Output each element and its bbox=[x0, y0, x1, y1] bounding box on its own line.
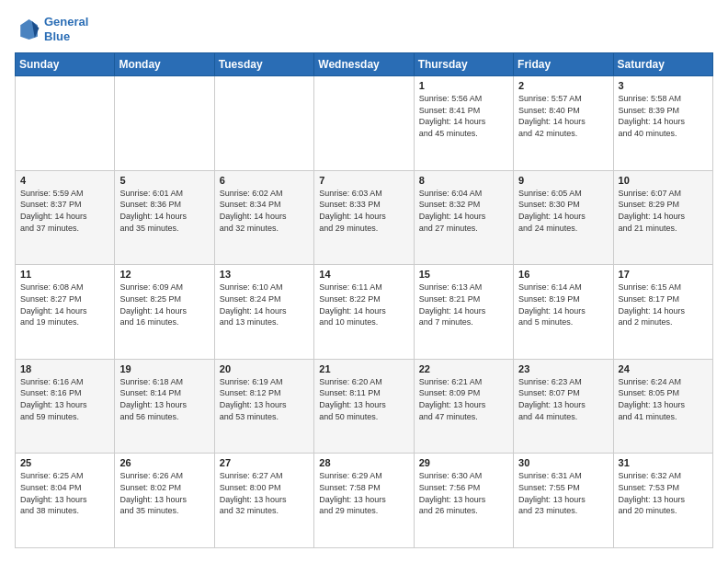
day-number: 15 bbox=[419, 269, 508, 280]
day-info: Sunrise: 6:26 AM Sunset: 8:02 PM Dayligh… bbox=[119, 470, 209, 516]
day-number: 3 bbox=[619, 80, 708, 91]
calendar-cell: 9Sunrise: 6:05 AM Sunset: 8:30 PM Daylig… bbox=[514, 170, 613, 265]
day-info: Sunrise: 6:14 AM Sunset: 8:19 PM Dayligh… bbox=[518, 282, 608, 327]
day-number: 6 bbox=[220, 175, 309, 186]
day-info: Sunrise: 6:27 AM Sunset: 8:00 PM Dayligh… bbox=[220, 470, 309, 516]
day-number: 27 bbox=[220, 457, 309, 468]
calendar-cell: 28Sunrise: 6:29 AM Sunset: 7:58 PM Dayli… bbox=[314, 454, 414, 548]
day-info: Sunrise: 5:56 AM Sunset: 8:41 PM Dayligh… bbox=[419, 93, 508, 139]
day-number: 7 bbox=[319, 175, 408, 186]
calendar-cell: 12Sunrise: 6:09 AM Sunset: 8:25 PM Dayli… bbox=[115, 265, 214, 360]
day-info: Sunrise: 6:20 AM Sunset: 8:11 PM Dayligh… bbox=[319, 376, 408, 422]
day-info: Sunrise: 6:04 AM Sunset: 8:32 PM Dayligh… bbox=[419, 188, 508, 234]
day-number: 9 bbox=[518, 175, 608, 186]
weekday-header-tuesday: Tuesday bbox=[214, 53, 313, 76]
day-info: Sunrise: 6:11 AM Sunset: 8:22 PM Dayligh… bbox=[319, 282, 408, 327]
day-info: Sunrise: 6:24 AM Sunset: 8:05 PM Dayligh… bbox=[619, 376, 708, 422]
day-info: Sunrise: 6:25 AM Sunset: 8:04 PM Dayligh… bbox=[20, 470, 109, 516]
day-number: 5 bbox=[119, 175, 209, 186]
calendar-cell: 8Sunrise: 6:04 AM Sunset: 8:32 PM Daylig… bbox=[414, 170, 513, 265]
calendar-cell: 1Sunrise: 5:56 AM Sunset: 8:41 PM Daylig… bbox=[414, 76, 513, 171]
day-info: Sunrise: 6:07 AM Sunset: 8:29 PM Dayligh… bbox=[619, 188, 708, 234]
weekday-header-friday: Friday bbox=[514, 53, 613, 76]
day-info: Sunrise: 6:03 AM Sunset: 8:33 PM Dayligh… bbox=[319, 188, 408, 234]
day-number: 13 bbox=[220, 269, 309, 280]
day-number: 22 bbox=[419, 363, 508, 374]
calendar-cell: 14Sunrise: 6:11 AM Sunset: 8:22 PM Dayli… bbox=[314, 265, 414, 360]
logo: General Blue bbox=[15, 15, 88, 43]
day-number: 25 bbox=[20, 457, 109, 468]
weekday-header-wednesday: Wednesday bbox=[314, 53, 414, 76]
calendar-cell: 10Sunrise: 6:07 AM Sunset: 8:29 PM Dayli… bbox=[613, 170, 712, 265]
day-info: Sunrise: 6:02 AM Sunset: 8:34 PM Dayligh… bbox=[220, 188, 309, 234]
logo-icon bbox=[15, 17, 40, 42]
weekday-header-monday: Monday bbox=[115, 53, 214, 76]
day-info: Sunrise: 6:32 AM Sunset: 7:53 PM Dayligh… bbox=[619, 470, 708, 516]
day-number: 11 bbox=[20, 269, 109, 280]
day-info: Sunrise: 6:21 AM Sunset: 8:09 PM Dayligh… bbox=[419, 376, 508, 422]
calendar-table: SundayMondayTuesdayWednesdayThursdayFrid… bbox=[15, 52, 713, 548]
day-info: Sunrise: 6:01 AM Sunset: 8:36 PM Dayligh… bbox=[119, 188, 209, 234]
day-info: Sunrise: 6:13 AM Sunset: 8:21 PM Dayligh… bbox=[419, 282, 508, 327]
day-number: 18 bbox=[20, 363, 109, 374]
day-info: Sunrise: 5:57 AM Sunset: 8:40 PM Dayligh… bbox=[518, 93, 608, 139]
day-info: Sunrise: 6:19 AM Sunset: 8:12 PM Dayligh… bbox=[220, 376, 309, 422]
week-row-2: 4Sunrise: 5:59 AM Sunset: 8:37 PM Daylig… bbox=[16, 170, 713, 265]
day-number: 26 bbox=[119, 457, 209, 468]
day-info: Sunrise: 6:08 AM Sunset: 8:27 PM Dayligh… bbox=[20, 282, 109, 327]
calendar-cell: 29Sunrise: 6:30 AM Sunset: 7:56 PM Dayli… bbox=[414, 454, 513, 548]
calendar-cell: 16Sunrise: 6:14 AM Sunset: 8:19 PM Dayli… bbox=[514, 265, 613, 360]
day-info: Sunrise: 6:29 AM Sunset: 7:58 PM Dayligh… bbox=[319, 470, 408, 516]
calendar-cell: 27Sunrise: 6:27 AM Sunset: 8:00 PM Dayli… bbox=[214, 454, 313, 548]
day-info: Sunrise: 6:05 AM Sunset: 8:30 PM Dayligh… bbox=[518, 188, 608, 234]
calendar-cell: 30Sunrise: 6:31 AM Sunset: 7:55 PM Dayli… bbox=[514, 454, 613, 548]
day-info: Sunrise: 6:18 AM Sunset: 8:14 PM Dayligh… bbox=[119, 376, 209, 422]
day-info: Sunrise: 6:09 AM Sunset: 8:25 PM Dayligh… bbox=[119, 282, 209, 327]
day-number: 28 bbox=[319, 457, 408, 468]
day-number: 1 bbox=[419, 80, 508, 91]
day-number: 24 bbox=[619, 363, 708, 374]
calendar-cell bbox=[214, 76, 313, 171]
logo-text: General Blue bbox=[44, 15, 88, 43]
day-info: Sunrise: 6:10 AM Sunset: 8:24 PM Dayligh… bbox=[220, 282, 309, 327]
weekday-header-saturday: Saturday bbox=[613, 53, 712, 76]
week-row-1: 1Sunrise: 5:56 AM Sunset: 8:41 PM Daylig… bbox=[16, 76, 713, 171]
day-number: 8 bbox=[419, 175, 508, 186]
calendar-cell bbox=[16, 76, 115, 171]
calendar-cell: 2Sunrise: 5:57 AM Sunset: 8:40 PM Daylig… bbox=[514, 76, 613, 171]
day-number: 21 bbox=[319, 363, 408, 374]
day-number: 4 bbox=[20, 175, 109, 186]
day-number: 2 bbox=[518, 80, 608, 91]
week-row-4: 18Sunrise: 6:16 AM Sunset: 8:16 PM Dayli… bbox=[16, 359, 713, 454]
day-info: Sunrise: 6:23 AM Sunset: 8:07 PM Dayligh… bbox=[518, 376, 608, 422]
calendar-cell: 23Sunrise: 6:23 AM Sunset: 8:07 PM Dayli… bbox=[514, 359, 613, 454]
calendar-cell: 5Sunrise: 6:01 AM Sunset: 8:36 PM Daylig… bbox=[115, 170, 214, 265]
calendar-cell: 7Sunrise: 6:03 AM Sunset: 8:33 PM Daylig… bbox=[314, 170, 414, 265]
day-number: 31 bbox=[619, 457, 708, 468]
calendar-cell: 21Sunrise: 6:20 AM Sunset: 8:11 PM Dayli… bbox=[314, 359, 414, 454]
day-info: Sunrise: 6:31 AM Sunset: 7:55 PM Dayligh… bbox=[518, 470, 608, 516]
calendar-cell: 15Sunrise: 6:13 AM Sunset: 8:21 PM Dayli… bbox=[414, 265, 513, 360]
calendar-cell: 25Sunrise: 6:25 AM Sunset: 8:04 PM Dayli… bbox=[16, 454, 115, 548]
calendar-cell: 17Sunrise: 6:15 AM Sunset: 8:17 PM Dayli… bbox=[613, 265, 712, 360]
calendar-cell: 24Sunrise: 6:24 AM Sunset: 8:05 PM Dayli… bbox=[613, 359, 712, 454]
calendar-cell: 20Sunrise: 6:19 AM Sunset: 8:12 PM Dayli… bbox=[214, 359, 313, 454]
calendar-cell: 22Sunrise: 6:21 AM Sunset: 8:09 PM Dayli… bbox=[414, 359, 513, 454]
weekday-header-row: SundayMondayTuesdayWednesdayThursdayFrid… bbox=[16, 53, 713, 76]
day-number: 20 bbox=[220, 363, 309, 374]
calendar-cell: 19Sunrise: 6:18 AM Sunset: 8:14 PM Dayli… bbox=[115, 359, 214, 454]
day-number: 10 bbox=[619, 175, 708, 186]
calendar-cell bbox=[314, 76, 414, 171]
weekday-header-sunday: Sunday bbox=[16, 53, 115, 76]
calendar-cell: 4Sunrise: 5:59 AM Sunset: 8:37 PM Daylig… bbox=[16, 170, 115, 265]
day-number: 29 bbox=[419, 457, 508, 468]
week-row-5: 25Sunrise: 6:25 AM Sunset: 8:04 PM Dayli… bbox=[16, 454, 713, 548]
calendar-cell: 3Sunrise: 5:58 AM Sunset: 8:39 PM Daylig… bbox=[613, 76, 712, 171]
day-info: Sunrise: 5:58 AM Sunset: 8:39 PM Dayligh… bbox=[619, 93, 708, 139]
day-info: Sunrise: 5:59 AM Sunset: 8:37 PM Dayligh… bbox=[20, 188, 109, 234]
day-info: Sunrise: 6:16 AM Sunset: 8:16 PM Dayligh… bbox=[20, 376, 109, 422]
calendar-cell bbox=[115, 76, 214, 171]
day-number: 12 bbox=[119, 269, 209, 280]
header: General Blue bbox=[15, 15, 713, 43]
calendar-cell: 13Sunrise: 6:10 AM Sunset: 8:24 PM Dayli… bbox=[214, 265, 313, 360]
